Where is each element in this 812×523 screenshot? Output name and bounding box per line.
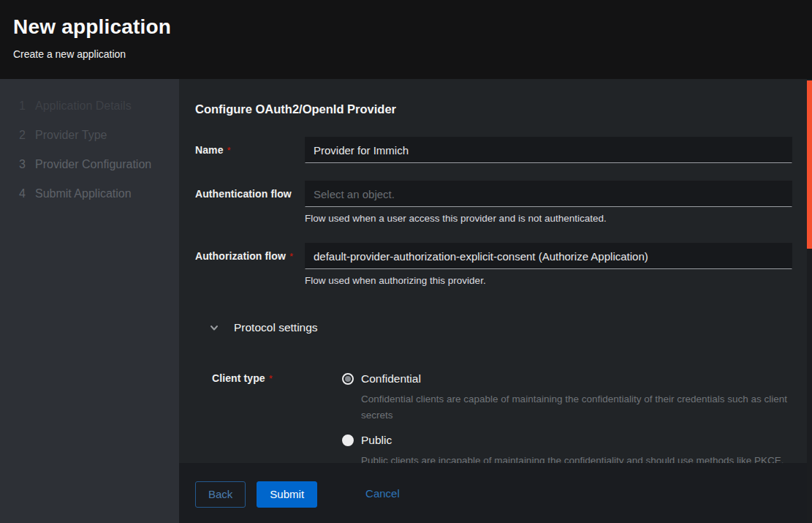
radio-option-label: Confidential	[361, 372, 421, 385]
step-number: 2	[19, 129, 35, 142]
protocol-settings-toggle[interactable]: Protocol settings	[209, 321, 792, 334]
step-label: Provider Type	[35, 129, 107, 142]
protocol-settings-title: Protocol settings	[234, 321, 318, 334]
client-type-row: Client type* Confidential Confidential c…	[212, 372, 792, 463]
name-field-row: Name*	[195, 137, 792, 163]
wizard-step-nav: 1 Application Details 2 Provider Type 3 …	[0, 79, 179, 523]
authorization-flow-label: Authorization flow*	[195, 243, 305, 287]
required-indicator: *	[289, 251, 293, 262]
step-label: Submit Application	[35, 187, 132, 200]
radio-option-description: Confidential clients are capable of main…	[361, 391, 792, 423]
name-input[interactable]	[305, 137, 792, 163]
authorization-flow-select[interactable]	[305, 243, 792, 269]
required-indicator: *	[269, 373, 273, 384]
wizard-step-submit-application[interactable]: 4 Submit Application	[0, 187, 179, 201]
back-button[interactable]: Back	[195, 481, 246, 508]
name-label: Name*	[195, 137, 305, 163]
step-label: Application Details	[35, 99, 132, 113]
authentication-flow-label: Authentication flow	[195, 181, 305, 225]
wizard-step-provider-type[interactable]: 2 Provider Type	[0, 129, 179, 143]
radio-unselected-icon[interactable]	[342, 434, 354, 446]
step-number: 1	[19, 99, 35, 113]
chevron-down-icon	[209, 323, 219, 333]
scrollbar-thumb[interactable]	[807, 80, 812, 249]
authorization-flow-row: Authorization flow* Flow used when autho…	[195, 243, 792, 287]
page-subtitle: Create a new application	[13, 48, 799, 60]
wizard-footer: Back Submit Cancel	[179, 463, 807, 523]
authentication-flow-row: Authentication flow Flow used when a use…	[195, 181, 792, 225]
step-number: 4	[19, 187, 35, 200]
form-heading: Configure OAuth2/OpenId Provider	[195, 102, 792, 116]
page-title: New application	[13, 15, 799, 39]
step-number: 3	[19, 158, 35, 171]
wizard-main-panel: Configure OAuth2/OpenId Provider Name* A…	[179, 79, 807, 523]
step-label: Provider Configuration	[35, 158, 151, 171]
wizard-step-application-details[interactable]: 1 Application Details	[0, 99, 179, 113]
client-type-option-confidential: Confidential Confidential clients are ca…	[342, 372, 792, 423]
radio-option-description: Public clients are incapable of maintain…	[361, 453, 792, 463]
client-type-option-public: Public Public clients are incapable of m…	[342, 434, 792, 463]
required-indicator: *	[227, 145, 231, 156]
provider-config-form: Configure OAuth2/OpenId Provider Name* A…	[179, 79, 807, 463]
radio-option-label: Public	[361, 434, 392, 447]
wizard-header: New application Create a new application	[0, 0, 812, 79]
client-type-label: Client type*	[212, 372, 322, 463]
vertical-scrollbar[interactable]	[807, 79, 812, 523]
radio-selected-icon[interactable]	[342, 373, 354, 385]
authentication-flow-select[interactable]	[305, 181, 792, 207]
authorization-flow-help: Flow used when authorizing this provider…	[305, 274, 792, 287]
authentication-flow-help: Flow used when a user access this provid…	[305, 212, 792, 225]
submit-button[interactable]: Submit	[257, 481, 317, 508]
wizard-step-provider-configuration[interactable]: 3 Provider Configuration	[0, 158, 179, 172]
cancel-link[interactable]: Cancel	[365, 481, 400, 500]
